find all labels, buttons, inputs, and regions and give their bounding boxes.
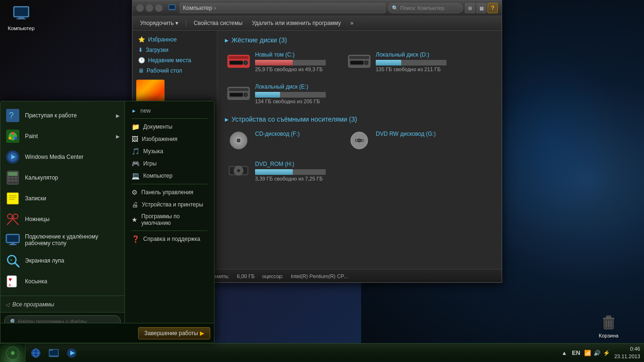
drive-h-name[interactable]: DVD_ROM (H:) (255, 161, 336, 167)
drive-g-icon: DVD (347, 131, 371, 149)
nav-item-favorites[interactable]: ⭐ Избранное (132, 34, 217, 45)
close-button[interactable] (155, 4, 163, 12)
start-item-calculator[interactable]: Калькулятор (0, 167, 124, 188)
maximize-button[interactable] (146, 4, 153, 12)
svg-point-80 (12, 352, 14, 354)
more-button[interactable]: » (347, 18, 357, 28)
start-item-wmc[interactable]: Windows Media Center (0, 147, 124, 167)
drive-h[interactable]: DVD_ROM (H:) 3,39 ГБ свободно из 7,25 ГБ (225, 159, 338, 184)
view-toggle-button[interactable]: ⊞ (465, 3, 475, 13)
start-right-help[interactable]: ❓ Справка и поддержка (125, 233, 214, 245)
svg-point-38 (237, 169, 240, 172)
explorer-toolbar: Упорядочить ▾ Свойства системы Удалить и… (132, 16, 502, 31)
drive-e[interactable]: Локальный диск (E:) 134 ГБ свободно из 2… (225, 82, 338, 106)
shutdown-label: Завершение работы (144, 330, 198, 337)
start-right-images[interactable]: 🖼 Изображения (125, 133, 214, 145)
computer-sm-icon: 💻 (132, 172, 140, 180)
solitaire-label: Косынка (25, 278, 120, 285)
start-menu-right-panel: ► new 📁 Документы 🖼 Изображения 🎵 Музыка (125, 101, 214, 323)
drive-c-name[interactable]: Новый том (C:) (255, 51, 336, 58)
tray-up-arrow[interactable]: ▲ (561, 349, 568, 357)
start-right-new[interactable]: ► new (125, 105, 214, 116)
start-right-computer[interactable]: 💻 Компьютер (125, 170, 214, 182)
cpu-label: оцессор: (262, 273, 283, 279)
language-indicator[interactable]: EN (572, 349, 580, 356)
explorer-icon (48, 347, 59, 359)
start-item-getting-started[interactable]: ? Приступая к работе ▶ (0, 105, 124, 126)
remote-label: Подключение к удалённому рабочему столу (25, 233, 120, 247)
nav-item-recent[interactable]: 🕐 Недавние места (132, 55, 217, 66)
drive-d-name[interactable]: Локальный диск (D:) (376, 51, 457, 58)
recycle-bin-icon (599, 312, 618, 331)
drive-h-space: 3,39 ГБ свободно из 7,25 ГБ (255, 176, 336, 181)
start-right-devices[interactable]: 🖨 Устройства и принтеры (125, 198, 214, 211)
drive-c-fill (255, 60, 293, 66)
drive-c[interactable]: Новый том (C:) 25,9 ГБ свободно из 49,3 … (225, 49, 338, 74)
getting-started-icon: ? (5, 108, 20, 123)
help-button[interactable]: ? (487, 3, 498, 13)
drive-g-name[interactable]: DVD RW дисковод (G:) (376, 131, 457, 137)
calculator-label: Калькулятор (25, 174, 120, 181)
start-item-snipping[interactable]: Ножницы (0, 209, 124, 230)
svg-point-30 (238, 140, 239, 141)
drive-e-name[interactable]: Локальный диск (E:) (255, 83, 336, 90)
taskbar-media-player[interactable] (63, 346, 80, 361)
getting-started-arrow: ▶ (116, 113, 120, 118)
explorer-address-bar[interactable]: Компьютер › (180, 3, 386, 13)
start-right-documents[interactable]: 📁 Документы (125, 121, 214, 133)
drive-c-info: Новый том (C:) 25,9 ГБ свободно из 49,3 … (255, 51, 336, 72)
start-right-defaults[interactable]: ★ Программы по умолчанию (125, 211, 214, 229)
drive-f-name[interactable]: CD-дисковод (F:) (255, 131, 336, 137)
solitaire-icon: ♥ A (5, 274, 20, 289)
svg-rect-13 (229, 56, 248, 59)
start-right-control-panel[interactable]: ⚙ Панель управления (125, 186, 214, 198)
taskbar-apps (25, 344, 82, 362)
start-item-notes[interactable]: Записки (0, 188, 124, 209)
uninstall-button[interactable]: Удалить или изменить программу (248, 18, 345, 28)
control-panel-icon: ⚙ (132, 189, 138, 196)
nav-item-downloads[interactable]: ⬇ Загрузки (132, 45, 217, 55)
nav-item-desktop[interactable]: 🖥 Рабочий стол (132, 66, 217, 76)
taskbar-explorer[interactable] (45, 346, 62, 361)
drive-g[interactable]: DVD DVD RW дисковод (G:) (346, 129, 459, 151)
explorer-search-box[interactable]: 🔍 Поиск: Компьютер (388, 3, 463, 13)
ie-icon (30, 347, 41, 359)
drive-e-space: 134 ГБ свободно из 205 ГБ (255, 99, 336, 104)
volume-icon[interactable]: 🔊 (594, 349, 601, 357)
power-icon[interactable]: ⚡ (603, 349, 611, 357)
drive-f-info: CD-дисковод (F:) (255, 131, 336, 139)
wmc-label: Windows Media Center (25, 154, 120, 160)
right-divider (132, 118, 207, 119)
desktop-icon-computer[interactable]: Компьютер (5, 5, 38, 31)
start-item-remote[interactable]: Подключение к удалённому рабочему столу (0, 230, 124, 250)
all-programs-section[interactable]: ◁ Все программы (0, 296, 124, 312)
paint-arrow: ▶ (116, 134, 120, 139)
start-item-magnifier[interactable]: + Экранная лупа (0, 250, 124, 271)
preview-button[interactable]: ▦ (476, 3, 487, 13)
magnifier-label: Экранная лупа (25, 257, 120, 264)
network-icon[interactable]: 📶 (584, 349, 592, 357)
start-right-music[interactable]: 🎵 Музыка (125, 145, 214, 157)
taskbar-ie[interactable] (27, 346, 44, 361)
start-item-paint[interactable]: Paint ▶ (0, 126, 124, 147)
desktop-icon-recycle[interactable]: Корзина (592, 312, 625, 338)
games-icon: 🎮 (132, 160, 140, 167)
organize-button[interactable]: Упорядочить ▾ (136, 18, 182, 28)
svg-rect-3 (17, 18, 26, 19)
drive-d-icon (347, 51, 371, 70)
svg-point-34 (358, 140, 360, 141)
drive-f[interactable]: CD-дисковод (F:) (225, 129, 338, 151)
remote-icon (5, 232, 20, 247)
start-button[interactable] (0, 344, 25, 362)
shutdown-button[interactable]: Завершение работы ▶ (138, 327, 210, 339)
system-properties-button[interactable]: Свойства системы (190, 18, 247, 28)
notes-icon (5, 191, 20, 206)
start-item-solitaire[interactable]: ♥ A Косынка (0, 271, 124, 292)
svg-point-25 (245, 94, 247, 96)
minimize-button[interactable] (136, 4, 144, 12)
system-clock[interactable]: 0:46 23.11.2013 (614, 346, 640, 360)
magnifier-icon: + (5, 253, 20, 268)
drive-d[interactable]: Локальный диск (D:) 135 ГБ свободно из 2… (346, 49, 459, 74)
start-right-games[interactable]: 🎮 Игры (125, 157, 214, 170)
start-menu: ? Приступая к работе ▶ (0, 101, 215, 343)
